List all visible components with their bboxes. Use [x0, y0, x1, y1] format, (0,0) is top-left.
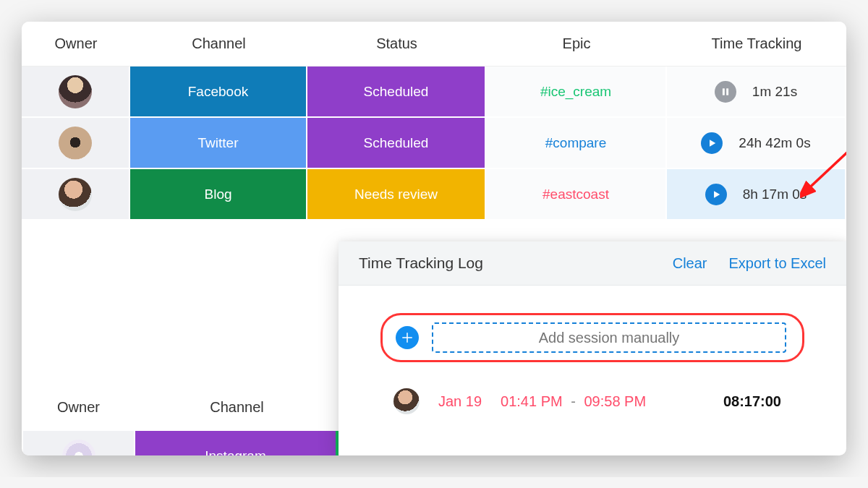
play-icon[interactable] — [705, 184, 727, 205]
avatar[interactable] — [393, 388, 420, 414]
table-row: Blog Needs review #eastcoast 8h 17m 0s — [22, 169, 846, 221]
channel-cell[interactable]: Twitter — [130, 118, 307, 169]
col-header-status[interactable]: Status — [307, 22, 486, 67]
table-row: Instagram — [23, 431, 339, 455]
time-value: 1m 21s — [752, 84, 797, 100]
epic-link[interactable]: #ice_cream — [540, 84, 611, 99]
time-tracking-log-panel: Time Tracking Log Clear Export to Excel … — [339, 241, 846, 455]
epic-link[interactable]: #compare — [545, 135, 607, 150]
secondary-table: Owner Channel Instagram — [22, 383, 340, 455]
add-session-input[interactable] — [432, 322, 786, 353]
clear-link[interactable]: Clear — [673, 255, 707, 272]
channel-cell[interactable]: Instagram — [135, 431, 339, 455]
panel-title: Time Tracking Log — [359, 254, 483, 272]
epic-link[interactable]: #eastcoast — [542, 187, 609, 202]
svg-rect-1 — [726, 88, 728, 95]
table-row: Facebook Scheduled #ice_cream 1m 21s — [22, 67, 846, 118]
table-row: Twitter Scheduled #compare 24h 42m 0s — [22, 118, 846, 169]
svg-rect-0 — [723, 88, 725, 95]
col-header-channel[interactable]: Channel — [135, 385, 339, 429]
log-date: Jan 19 — [438, 393, 482, 410]
log-start-time: 01:41 PM — [501, 393, 563, 409]
main-table: Owner Channel Status Epic Time Tracking … — [22, 22, 846, 221]
pause-icon[interactable] — [715, 81, 736, 103]
add-session-row — [380, 313, 804, 362]
log-duration: 08:17:00 — [723, 393, 781, 410]
plus-icon[interactable] — [396, 326, 419, 349]
status-cell[interactable]: Scheduled — [307, 67, 486, 118]
col-header-epic[interactable]: Epic — [486, 22, 667, 67]
time-value: 8h 17m 0s — [743, 187, 807, 202]
dash: - — [571, 393, 576, 409]
export-link[interactable]: Export to Excel — [728, 255, 826, 272]
avatar[interactable] — [59, 75, 92, 108]
avatar[interactable] — [62, 440, 95, 455]
avatar[interactable] — [59, 178, 92, 211]
col-header-channel[interactable]: Channel — [130, 22, 307, 67]
log-end-time: 09:58 PM — [584, 393, 646, 409]
status-cell[interactable]: Needs review — [307, 169, 486, 221]
status-cell[interactable]: Scheduled — [307, 118, 486, 169]
channel-cell[interactable]: Facebook — [130, 67, 307, 118]
log-entry: Jan 19 01:41 PM - 09:58 PM 08:17:00 — [393, 388, 781, 414]
channel-cell[interactable]: Blog — [130, 169, 307, 221]
avatar[interactable] — [59, 127, 92, 160]
col-header-owner[interactable]: Owner — [22, 22, 130, 67]
time-value: 24h 42m 0s — [739, 135, 810, 151]
col-header-owner[interactable]: Owner — [23, 385, 134, 429]
col-header-time[interactable]: Time Tracking — [667, 22, 846, 67]
play-icon[interactable] — [701, 132, 723, 154]
